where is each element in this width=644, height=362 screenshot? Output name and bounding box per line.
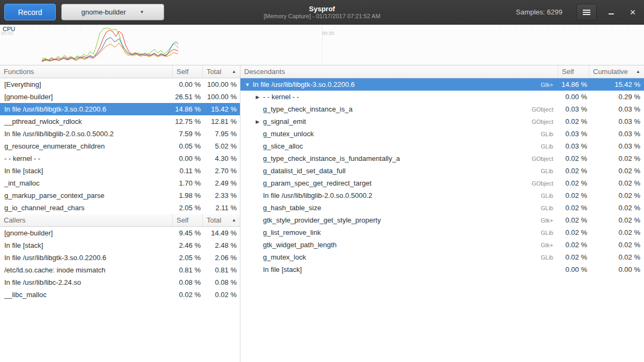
table-row[interactable]: g_type_check_instance_is_aGObject0.03 %0… (240, 103, 644, 115)
table-row[interactable]: - - kernel - -0.00 %4.30 % (0, 152, 240, 165)
table-row[interactable]: g_type_check_instance_is_fundamentally_a… (240, 152, 644, 165)
table-row[interactable]: gtk_widget_path_lengthGtk+0.02 %0.02 % (240, 239, 644, 251)
table-row[interactable]: g_param_spec_get_redirect_targetGObject0… (240, 177, 644, 189)
self-percent: 0.02 % (558, 179, 589, 187)
close-button[interactable]: × (626, 5, 640, 19)
capture-subtitle: [Memory Capture] - 01/17/2017 07:21:52 A… (264, 13, 380, 20)
table-row[interactable]: In file /usr/lib/libglib-2.0.so.0.5000.2… (0, 128, 240, 140)
self-percent: 0.02 % (173, 291, 203, 299)
table-row[interactable]: ▶- - kernel - -0.00 %0.29 % (240, 91, 644, 103)
header-bar: Record gnome-builder ▼ Sysprof [Memory C… (0, 0, 644, 25)
record-button[interactable]: Record (4, 4, 56, 20)
column-header-functions[interactable]: Functions (0, 65, 173, 78)
minimize-button[interactable] (604, 5, 618, 19)
self-percent: 14.86 % (558, 80, 589, 88)
table-row[interactable]: __libc_malloc0.02 %0.02 % (0, 289, 240, 301)
table-row[interactable]: g_datalist_id_set_data_fullGLib0.02 %0.0… (240, 165, 644, 177)
self-percent: 2.05 % (173, 204, 203, 212)
total-percent: 0.03 % (589, 142, 644, 150)
self-percent: 0.81 % (173, 266, 203, 274)
column-header-cumulative[interactable]: Cumulative ▲ (589, 65, 644, 78)
column-header-total[interactable]: Total ▲ (203, 65, 240, 78)
total-percent: 7.95 % (203, 130, 240, 138)
self-percent: 7.59 % (173, 130, 203, 138)
time-label-mid: 00:30 (322, 31, 334, 36)
total-percent: 14.49 % (203, 229, 240, 237)
callers-rows: [gnome-builder]9.45 %14.49 %In file [sta… (0, 227, 240, 301)
header-right-cluster: Samples: 6299 × (516, 4, 640, 20)
total-percent: 0.03 % (589, 130, 644, 138)
self-percent: 14.86 % (173, 105, 203, 113)
table-row[interactable]: In file [stack]2.46 %2.48 % (0, 239, 240, 252)
table-row[interactable]: /etc/ld.so.cache: inode mismatch0.81 %0.… (0, 264, 240, 276)
column-header-callers[interactable]: Callers (0, 214, 173, 226)
column-header-descendants[interactable]: Descendants (240, 65, 558, 78)
column-header-self[interactable]: Self (558, 65, 589, 78)
library-tag: GObject (532, 180, 558, 187)
total-percent: 0.02 % (589, 167, 644, 175)
column-header-self[interactable]: Self (173, 65, 203, 78)
table-row[interactable]: In file [stack]0.11 %2.70 % (0, 165, 240, 177)
total-percent: 15.42 % (203, 105, 240, 113)
cpu-timeline[interactable]: 00:00 00:30 CPU (0, 25, 644, 65)
table-row[interactable]: ▶g_signal_emitGObject0.02 %0.03 % (240, 115, 644, 128)
table-row[interactable]: g_resource_enumerate_children0.05 %5.02 … (0, 140, 240, 152)
self-percent: 0.02 % (558, 253, 589, 261)
column-header-label: Cumulative (593, 68, 628, 76)
self-percent: 0.11 % (173, 167, 203, 175)
menu-button[interactable] (576, 4, 597, 20)
cpu-core-orange (42, 43, 178, 62)
table-row[interactable]: [Everything]0.00 %100.00 % (0, 78, 240, 91)
table-row[interactable]: [gnome-builder]26.51 %100.00 % (0, 91, 240, 103)
dropdown-arrow-icon: ▼ (140, 10, 144, 14)
table-row[interactable]: gtk_style_provider_get_style_propertyGtk… (240, 214, 644, 226)
table-row[interactable]: g_hash_table_sizeGLib0.02 %0.02 % (240, 202, 644, 214)
function-name: - - kernel - - (0, 154, 173, 162)
library-tag: GObject (532, 106, 558, 113)
expander-closed-icon[interactable]: ▶ (253, 119, 262, 124)
functions-table-header: Functions Self Total ▲ (0, 65, 240, 78)
column-header-label: Callers (4, 216, 25, 224)
table-row[interactable]: g_slice_allocGLib0.03 %0.03 % (240, 140, 644, 152)
table-row[interactable]: _int_malloc1.70 %2.49 % (0, 177, 240, 189)
total-percent: 2.33 % (203, 191, 240, 200)
total-percent: 0.02 % (589, 204, 644, 212)
total-percent: 0.03 % (589, 117, 644, 125)
table-row[interactable]: g_list_remove_linkGLib0.02 %0.02 % (240, 226, 644, 239)
process-selector[interactable]: gnome-builder ▼ (61, 4, 164, 20)
window-title: Sysprof [Memory Capture] - 01/17/2017 07… (264, 5, 380, 20)
table-row[interactable]: ▼In file /usr/lib/libgtk-3.so.0.2200.6Gt… (240, 78, 644, 91)
table-row[interactable]: In file [stack]0.00 %0.00 % (240, 263, 644, 276)
table-row[interactable]: In file /usr/lib/libgtk-3.so.0.2200.62.0… (0, 252, 240, 264)
total-percent: 0.02 % (589, 154, 644, 162)
self-percent: 0.03 % (558, 130, 589, 138)
column-header-self[interactable]: Self (173, 214, 203, 226)
self-percent: 0.02 % (558, 241, 589, 249)
main-content: Functions Self Total ▲ [Everything]0.00 … (0, 65, 644, 362)
column-header-total[interactable]: Total ▲ (203, 214, 240, 226)
function-name: In file /usr/lib/libglib-2.0.so.0.5000.2 (262, 191, 541, 200)
function-name: _int_malloc (0, 179, 173, 187)
table-row[interactable]: g_mutex_unlockGLib0.03 %0.03 % (240, 128, 644, 140)
table-row[interactable]: g_io_channel_read_chars2.05 %2.11 % (0, 202, 240, 214)
table-row[interactable]: g_markup_parse_context_parse1.98 %2.33 % (0, 189, 240, 202)
table-row[interactable]: In file /usr/lib/libgtk-3.so.0.2200.614.… (0, 103, 240, 115)
table-row[interactable]: __pthread_rwlock_rdlock12.75 %12.81 % (0, 115, 240, 128)
library-tag: GObject (532, 119, 558, 125)
close-icon: × (630, 8, 636, 17)
table-row[interactable]: In file /usr/lib/libc-2.24.so0.08 %0.08 … (0, 276, 240, 289)
left-pane: Functions Self Total ▲ [Everything]0.00 … (0, 65, 240, 362)
total-percent: 2.11 % (203, 204, 240, 212)
expander-open-icon[interactable]: ▼ (243, 82, 252, 87)
self-percent: 2.05 % (173, 254, 203, 262)
total-percent: 0.02 % (589, 241, 644, 249)
function-name: In file /usr/lib/libgtk-3.so.0.2200.6 (0, 105, 173, 113)
samples-count: Samples: 6299 (516, 8, 562, 16)
table-row[interactable]: In file /usr/lib/libglib-2.0.so.0.5000.2… (240, 189, 644, 202)
table-row[interactable]: [gnome-builder]9.45 %14.49 % (0, 227, 240, 239)
table-row[interactable]: g_mutex_lockGLib0.02 %0.02 % (240, 251, 644, 263)
total-percent: 15.42 % (589, 80, 644, 88)
function-name: [gnome-builder] (0, 229, 173, 237)
expander-closed-icon[interactable]: ▶ (253, 94, 262, 100)
library-tag: GLib (541, 131, 558, 137)
